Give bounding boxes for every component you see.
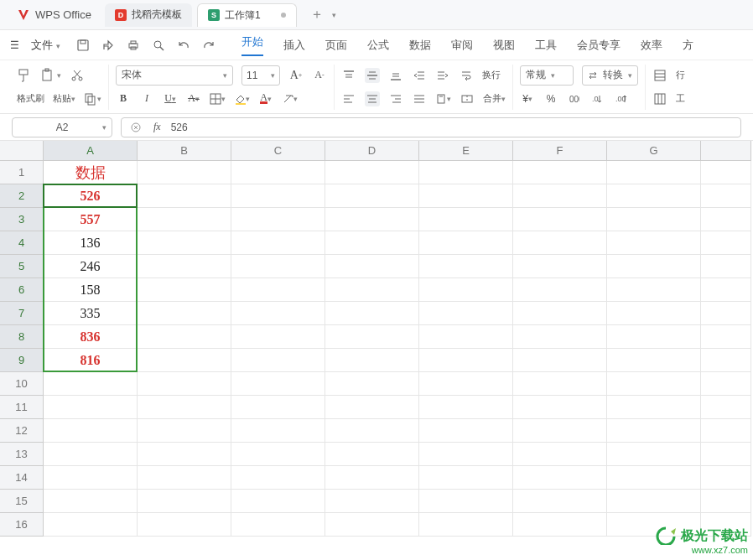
menu-tab-page[interactable]: 页面 — [325, 38, 347, 53]
cell[interactable] — [607, 208, 701, 231]
name-box[interactable]: A2 ▾ — [12, 117, 112, 137]
cell[interactable] — [513, 419, 607, 443]
cell[interactable] — [701, 255, 751, 278]
font-size-select[interactable]: 11▾ — [241, 65, 280, 86]
cell[interactable] — [607, 255, 701, 278]
cell[interactable] — [513, 302, 607, 325]
cell[interactable] — [419, 278, 513, 302]
cell[interactable] — [513, 208, 607, 231]
border-icon[interactable]: ▾ — [210, 91, 226, 106]
increase-indent-icon[interactable] — [435, 68, 450, 83]
cell[interactable] — [325, 466, 419, 490]
cell[interactable] — [701, 443, 751, 466]
column-header[interactable]: D — [325, 141, 419, 161]
row-header[interactable]: 11 — [0, 396, 44, 419]
hamburger-icon[interactable]: ☰ — [10, 39, 19, 51]
menu-tab-tools[interactable]: 工具 — [535, 38, 557, 53]
cell[interactable] — [513, 513, 607, 537]
row-icon[interactable] — [652, 68, 667, 83]
spreadsheet-grid[interactable]: ABCDEFG 12345678910111213141516 数据526557… — [0, 141, 753, 560]
row-header[interactable]: 13 — [0, 443, 44, 466]
cell[interactable] — [701, 372, 751, 396]
strikethrough-icon[interactable]: A▾ — [186, 91, 201, 106]
cell[interactable] — [513, 184, 607, 208]
cell[interactable] — [607, 419, 701, 443]
cell[interactable] — [701, 278, 751, 302]
cells-area[interactable]: 数据526557136246158335836816 — [44, 161, 751, 537]
redo-icon[interactable] — [201, 38, 216, 53]
cell[interactable] — [607, 231, 701, 255]
cell[interactable] — [701, 419, 751, 443]
paste-icon[interactable]: ▾ — [40, 68, 61, 83]
share-icon[interactable] — [101, 38, 116, 53]
cell[interactable] — [419, 208, 513, 231]
cell[interactable] — [701, 208, 751, 231]
menu-tab-member[interactable]: 会员专享 — [577, 38, 621, 53]
row-header[interactable]: 1 — [0, 161, 44, 184]
cell[interactable] — [419, 513, 513, 537]
cell[interactable]: 526 — [44, 184, 138, 208]
menu-tab-formula[interactable]: 公式 — [367, 38, 389, 53]
cell[interactable] — [513, 278, 607, 302]
cell[interactable] — [325, 490, 419, 513]
formula-bar[interactable]: fx 526 — [121, 117, 741, 137]
increase-decimal-icon[interactable]: .0 — [590, 91, 605, 106]
cell[interactable]: 158 — [44, 278, 138, 302]
wrap-text-icon[interactable] — [459, 68, 474, 83]
align-top-icon[interactable] — [341, 68, 356, 83]
copy-icon[interactable]: ▾ — [84, 91, 101, 106]
row-header[interactable]: 7 — [0, 302, 44, 325]
cell[interactable]: 数据 — [44, 161, 138, 184]
cell[interactable] — [138, 161, 231, 184]
cell[interactable] — [231, 372, 325, 396]
cell[interactable] — [138, 208, 231, 231]
cell[interactable] — [44, 513, 138, 537]
row-header[interactable]: 14 — [0, 466, 44, 490]
cell[interactable] — [419, 255, 513, 278]
menu-tab-more[interactable]: 方 — [683, 38, 693, 53]
cell[interactable] — [607, 396, 701, 419]
cell[interactable] — [701, 490, 751, 513]
column-header[interactable]: C — [231, 141, 325, 161]
cell[interactable] — [325, 255, 419, 278]
cell[interactable] — [513, 325, 607, 349]
cell[interactable] — [607, 466, 701, 490]
row-header[interactable]: 12 — [0, 419, 44, 443]
cell[interactable] — [419, 325, 513, 349]
file-menu[interactable]: 文件 ▾ — [28, 36, 64, 54]
cell[interactable] — [44, 396, 138, 419]
convert-button[interactable]: 转换▾ — [582, 65, 638, 86]
cell[interactable] — [419, 419, 513, 443]
cell[interactable] — [231, 466, 325, 490]
row-header[interactable]: 6 — [0, 278, 44, 302]
cell[interactable] — [231, 208, 325, 231]
cell[interactable] — [44, 372, 138, 396]
cell[interactable] — [513, 466, 607, 490]
cell[interactable] — [231, 302, 325, 325]
cell[interactable] — [138, 325, 231, 349]
cell[interactable] — [44, 490, 138, 513]
menu-tab-efficiency[interactable]: 效率 — [641, 38, 662, 53]
cell[interactable] — [231, 161, 325, 184]
row-label[interactable]: 行 — [676, 69, 685, 81]
cell[interactable] — [419, 302, 513, 325]
cell[interactable] — [513, 161, 607, 184]
increase-font-icon[interactable]: A+ — [288, 68, 304, 83]
cell[interactable] — [138, 513, 231, 537]
cell[interactable] — [607, 443, 701, 466]
cell[interactable] — [138, 302, 231, 325]
cell[interactable] — [419, 372, 513, 396]
cell[interactable] — [513, 231, 607, 255]
cell[interactable]: 836 — [44, 325, 138, 349]
cell[interactable] — [607, 184, 701, 208]
print-icon[interactable] — [126, 38, 141, 53]
cell[interactable]: 335 — [44, 302, 138, 325]
add-tab-dropdown-icon[interactable]: ▾ — [332, 11, 336, 19]
cell[interactable] — [419, 184, 513, 208]
fill-color-icon[interactable]: ▾ — [234, 91, 250, 106]
cell[interactable] — [44, 466, 138, 490]
cell[interactable] — [513, 372, 607, 396]
cell[interactable]: 816 — [44, 349, 138, 372]
italic-icon[interactable]: I — [139, 91, 154, 106]
column-header[interactable]: B — [138, 141, 231, 161]
